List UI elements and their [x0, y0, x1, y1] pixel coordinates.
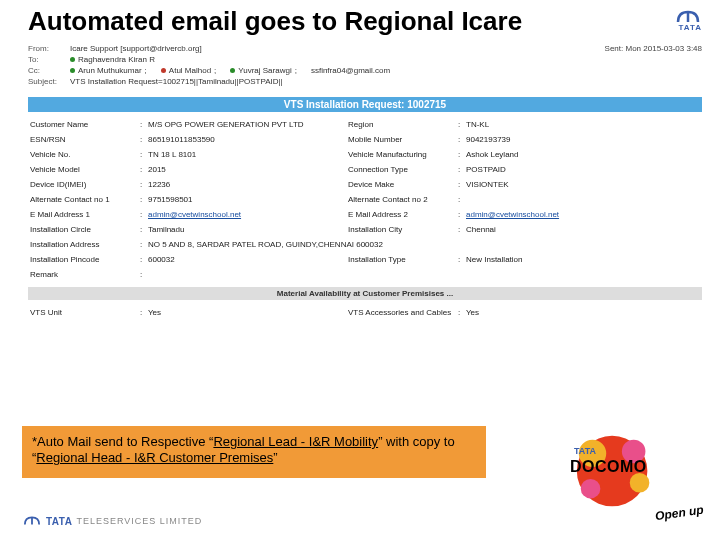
remark-label: Remark — [28, 270, 138, 279]
email1-label: E Mail Address 1 — [28, 210, 138, 219]
vehicle-model-value: 2015 — [146, 165, 346, 174]
docomo-logo: TATA DOCOMO Open up — [562, 424, 702, 522]
request-title-bar: VTS Installation Request: 1002715 — [28, 97, 702, 112]
address-value: NO 5 AND 8, SARDAR PATEL ROAD, GUINDY,CH… — [146, 240, 702, 249]
esn-label: ESN/RSN — [28, 135, 138, 144]
imei-label: Device ID(IMEI) — [28, 180, 138, 189]
from-label: From: — [28, 44, 62, 53]
email-panel: From: Icare Support [support@drivercb.or… — [28, 43, 702, 388]
footer-brand: TATA — [46, 516, 72, 527]
subject-value: VTS Installation Request=1002715||Tamiln… — [70, 77, 283, 86]
vehicle-no-value: TN 18 L 8101 — [146, 150, 346, 159]
install-type-value: New Installation — [464, 255, 702, 264]
conn-type-label: Connection Type — [346, 165, 456, 174]
cc-value-4: ssfinfra04@gmail.com — [311, 66, 390, 75]
vehicle-mfg-value: Ashok Leyland — [464, 150, 702, 159]
tata-logo-text: TATA — [678, 23, 702, 32]
material-table: VTS Unit:Yes VTS Accessories and Cables:… — [28, 308, 702, 317]
to-label: To: — [28, 55, 62, 64]
remark-value — [146, 270, 346, 279]
footer-logo: TATA TELESERVICES LIMITED — [22, 514, 202, 528]
email2-label: E Mail Address 2 — [346, 210, 456, 219]
sent-value: Mon 2015-03-03 3:48 — [626, 44, 703, 53]
footer-sub: TELESERVICES LIMITED — [76, 516, 202, 526]
email2-value: admin@cvetwinschool.net — [464, 210, 702, 219]
info-callout: *Auto Mail send to Respective “Regional … — [22, 426, 486, 478]
mobile-label: Mobile Number — [346, 135, 456, 144]
cc-value-2: Atul Malhod; — [161, 66, 216, 75]
vehicle-no-label: Vehicle No. — [28, 150, 138, 159]
device-make-value: VISIONTEK — [464, 180, 702, 189]
cc-value-3: Yuvraj Sarawgi; — [230, 66, 297, 75]
region-value: TN-KL — [464, 120, 702, 129]
alt2-value — [464, 195, 702, 204]
mobile-value: 9042193739 — [464, 135, 702, 144]
material-section-bar: Material Availability at Customer Premis… — [28, 287, 702, 300]
details-table: Customer Name:M/S OPG POWER GENERATION P… — [28, 120, 702, 279]
alt1-value: 9751598501 — [146, 195, 346, 204]
circle-value: Tamilnadu — [146, 225, 346, 234]
conn-type-value: POSTPAID — [464, 165, 702, 174]
city-value: Chennai — [464, 225, 702, 234]
esn-value: 865191011853590 — [146, 135, 346, 144]
circle-label: Installation Circle — [28, 225, 138, 234]
vts-acc-label: VTS Accessories and Cables — [346, 308, 456, 317]
vehicle-model-label: Vehicle Model — [28, 165, 138, 174]
callout-suffix: ” — [273, 450, 277, 465]
tata-logo: TATA — [672, 10, 702, 32]
imei-value: 12236 — [146, 180, 346, 189]
vts-unit-label: VTS Unit — [28, 308, 138, 317]
sent-label: Sent: — [605, 44, 624, 53]
alt2-label: Alternate Contact no 2 — [346, 195, 456, 204]
from-value: Icare Support [support@drivercb.org] — [70, 44, 202, 53]
callout-u2: Regional Head - I&R Customer Premises — [36, 450, 273, 465]
cc-label: Cc: — [28, 66, 62, 75]
vehicle-mfg-label: Vehicle Manufacturing — [346, 150, 456, 159]
address-label: Installation Address — [28, 240, 138, 249]
customer-value: M/S OPG POWER GENERATION PVT LTD — [146, 120, 346, 129]
install-type-label: Installation Type — [346, 255, 456, 264]
svg-point-6 — [581, 479, 601, 499]
to-value: Raghavendra Kiran R — [70, 55, 155, 64]
docomo-brand: TATA — [574, 446, 596, 456]
page-title: Automated email goes to Regional Icare — [28, 6, 522, 37]
alt1-label: Alternate Contact no 1 — [28, 195, 138, 204]
region-label: Region — [346, 120, 456, 129]
callout-prefix: *Auto Mail send to Respective “ — [32, 434, 213, 449]
callout-u1: Regional Lead - I&R Mobility — [213, 434, 378, 449]
customer-label: Customer Name — [28, 120, 138, 129]
city-label: Installation City — [346, 225, 456, 234]
pincode-label: Installation Pincode — [28, 255, 138, 264]
pincode-value: 600032 — [146, 255, 346, 264]
vts-acc-value: Yes — [464, 308, 702, 317]
device-make-label: Device Make — [346, 180, 456, 189]
email1-value: admin@cvetwinschool.net — [146, 210, 346, 219]
cc-value-1: Arun Muthukumar; — [70, 66, 147, 75]
docomo-main: DOCOMO — [570, 458, 647, 476]
vts-unit-value: Yes — [146, 308, 346, 317]
subject-label: Subject: — [28, 77, 62, 86]
